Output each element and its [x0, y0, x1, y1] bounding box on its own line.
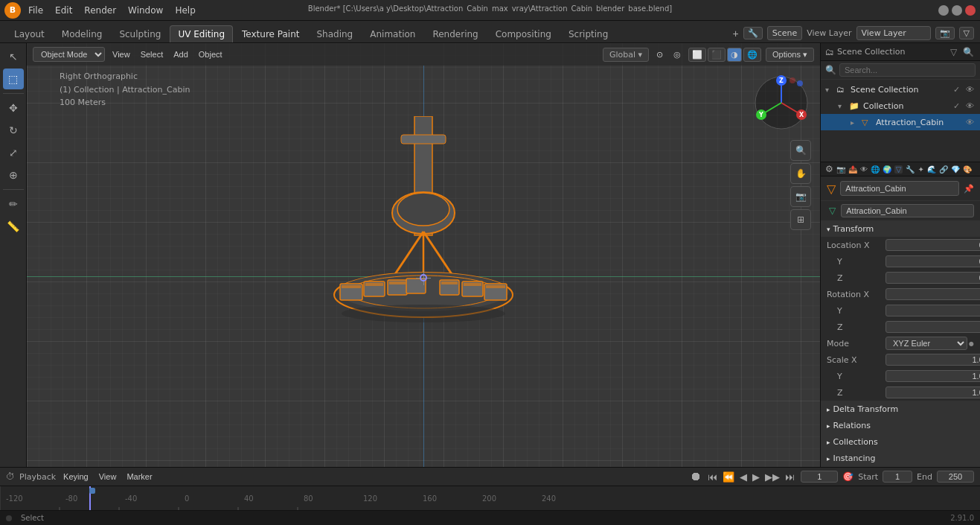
- tab-sculpting[interactable]: Sculpting: [111, 25, 169, 42]
- tl-view-btn[interactable]: View: [96, 471, 120, 483]
- engine-select[interactable]: Scene: [767, 26, 803, 40]
- tab-modeling[interactable]: Modeling: [54, 25, 111, 42]
- scale-tool[interactable]: ⤢: [3, 142, 24, 163]
- playback-label[interactable]: Playback: [19, 472, 56, 482]
- tree-vis-scene[interactable]: 👁: [964, 85, 976, 95]
- next-frame-btn[interactable]: ▶▶: [763, 471, 781, 483]
- rotation-mode-select[interactable]: XYZ Euler: [885, 337, 967, 350]
- tree-check-scene[interactable]: ✓: [950, 85, 962, 95]
- props-tab-particles[interactable]: ✦: [917, 165, 923, 174]
- collections-header[interactable]: ▸ Collections: [821, 434, 980, 450]
- record-btn[interactable]: ⏺: [690, 470, 702, 483]
- select-tool[interactable]: ⬚: [3, 69, 24, 89]
- lookdev-btn[interactable]: ◑: [727, 48, 742, 62]
- tab-rendering[interactable]: Rendering: [424, 25, 486, 42]
- transform-section-header[interactable]: ▾ Transform: [821, 221, 980, 237]
- maximize-btn[interactable]: [952, 5, 962, 16]
- prev-frame-btn[interactable]: ◀: [738, 471, 749, 483]
- jump-start-btn[interactable]: ⏮: [706, 471, 719, 483]
- blender-logo[interactable]: B: [4, 2, 21, 19]
- add-menu-btn[interactable]: Add: [170, 48, 191, 60]
- move-tool[interactable]: ✥: [3, 98, 24, 118]
- delta-transform-header[interactable]: ▸ Delta Transform: [821, 401, 980, 417]
- pan-tool[interactable]: ✋: [790, 163, 811, 184]
- viewport[interactable]: Object Mode View Select Add Object Globa…: [27, 43, 820, 467]
- tab-animation[interactable]: Animation: [362, 25, 423, 42]
- solid-btn[interactable]: ⬛: [708, 48, 726, 62]
- tab-uv-editing[interactable]: UV Editing: [170, 25, 233, 42]
- menu-edit[interactable]: Edit: [51, 4, 77, 17]
- props-tab-render[interactable]: 📷: [836, 165, 845, 174]
- menu-file[interactable]: File: [24, 4, 48, 17]
- menu-window[interactable]: Window: [124, 4, 167, 17]
- marker-btn[interactable]: Marker: [124, 471, 155, 483]
- scale-y-input[interactable]: [885, 370, 980, 382]
- axis-gizmo[interactable]: Z X Y: [752, 73, 811, 133]
- props-tab-modifiers[interactable]: 🔧: [906, 165, 915, 174]
- zoom-tool[interactable]: 🔍: [790, 140, 811, 161]
- outliner-search-btn[interactable]: 🔍: [961, 47, 976, 57]
- rotation-z-input[interactable]: [885, 321, 980, 333]
- tree-vis-coll[interactable]: 👁: [964, 101, 976, 111]
- annotate-tool[interactable]: ✏: [3, 194, 24, 214]
- props-tab-material[interactable]: 🎨: [963, 165, 972, 174]
- engine-icon[interactable]: 🔧: [743, 27, 763, 39]
- tree-collection[interactable]: ▾ 📁 Collection ✓ 👁: [821, 98, 980, 114]
- close-btn[interactable]: [965, 5, 976, 16]
- current-frame-input[interactable]: [801, 471, 838, 483]
- add-workspace-btn[interactable]: +: [733, 28, 739, 39]
- tree-check-coll[interactable]: ✓: [950, 101, 962, 111]
- jump-end-btn[interactable]: ⏭: [784, 471, 796, 483]
- select-menu-btn[interactable]: Select: [138, 48, 167, 60]
- mesh-name-input[interactable]: [841, 204, 974, 217]
- proportional-btn[interactable]: ◎: [670, 48, 684, 61]
- render-icon-btn[interactable]: 📷: [935, 27, 955, 39]
- fps-btn[interactable]: 🎯: [842, 471, 854, 482]
- outliner-filter-btn[interactable]: ▽: [949, 47, 958, 57]
- object-mode-select[interactable]: Object Mode: [33, 47, 105, 62]
- props-tab-data[interactable]: 💎: [951, 165, 960, 174]
- menu-help[interactable]: Help: [170, 4, 199, 17]
- view-layer-select[interactable]: View Layer: [856, 26, 931, 40]
- timeline-icon-btn[interactable]: ⏱: [6, 471, 15, 482]
- global-select[interactable]: Global ▾: [603, 48, 649, 62]
- props-tab-scene[interactable]: 🌐: [871, 165, 880, 174]
- tab-texture-paint[interactable]: Texture Paint: [234, 25, 307, 42]
- camera-tool[interactable]: 📷: [790, 186, 811, 207]
- keying-btn[interactable]: Keying: [60, 471, 92, 483]
- tree-scene-collection[interactable]: ▾ 🗂 Scene Collection ✓ 👁: [821, 81, 980, 98]
- prev-keyframe-btn[interactable]: ⏪: [721, 471, 736, 483]
- outliner-search-input[interactable]: [839, 63, 976, 77]
- wireframe-btn[interactable]: ⬜: [688, 48, 706, 62]
- rotation-y-input[interactable]: [885, 305, 980, 316]
- relations-header[interactable]: ▸ Relations: [821, 418, 980, 433]
- rotate-tool[interactable]: ↻: [3, 120, 24, 141]
- play-btn[interactable]: ▶: [751, 471, 761, 483]
- measure-tool[interactable]: 📏: [3, 216, 24, 237]
- keyframe-mode-dot[interactable]: ●: [969, 340, 974, 347]
- props-tab-object[interactable]: ▽: [894, 165, 903, 174]
- tree-vis-ac[interactable]: 👁: [964, 118, 976, 127]
- instancing-header[interactable]: ▸ Instancing: [821, 451, 980, 466]
- location-z-input[interactable]: [885, 272, 980, 284]
- props-tab-constraints[interactable]: 🔗: [939, 165, 948, 174]
- object-menu-btn[interactable]: Object: [196, 48, 225, 60]
- start-frame-input[interactable]: [883, 471, 912, 483]
- render-preview-btn[interactable]: 🌐: [743, 48, 761, 62]
- props-tab-world[interactable]: 🌍: [883, 165, 891, 174]
- overlay-tool[interactable]: ⊞: [790, 209, 811, 230]
- end-frame-input[interactable]: [937, 471, 974, 483]
- tab-layout[interactable]: Layout: [6, 25, 53, 42]
- scale-z-input[interactable]: [885, 386, 980, 398]
- cursor-tool[interactable]: ↖: [3, 46, 24, 67]
- snap-btn[interactable]: ⊙: [653, 48, 666, 61]
- filter-icon-btn[interactable]: ▽: [959, 27, 974, 39]
- view-menu-btn[interactable]: View: [109, 48, 133, 60]
- pin-btn[interactable]: 📌: [964, 184, 974, 194]
- minimize-btn[interactable]: [938, 5, 949, 16]
- tab-compositing[interactable]: Compositing: [487, 25, 560, 42]
- rotation-x-input[interactable]: [885, 288, 980, 300]
- tab-shading[interactable]: Shading: [308, 25, 361, 42]
- location-x-input[interactable]: [885, 239, 980, 251]
- options-btn[interactable]: Options ▾: [766, 48, 814, 62]
